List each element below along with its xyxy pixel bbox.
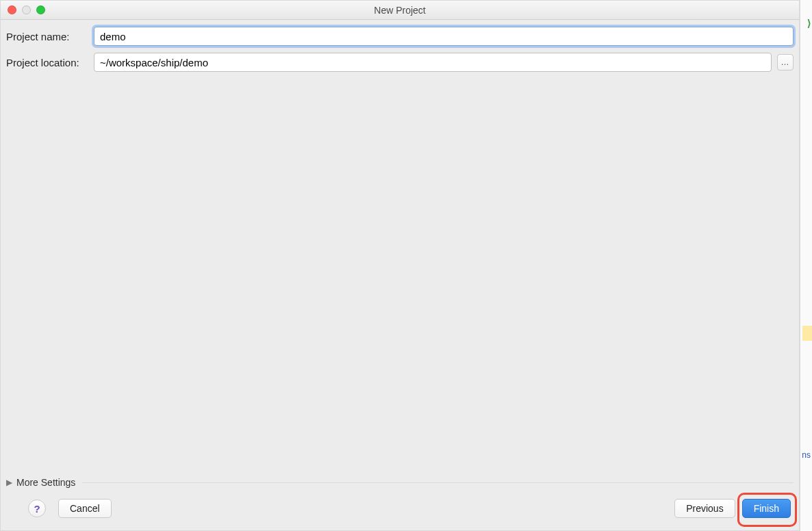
ellipsis-icon: … <box>781 57 790 67</box>
more-settings-label: More Settings <box>16 477 75 488</box>
new-project-dialog: New Project Project name: Project locati… <box>0 0 800 531</box>
background-marker-icon: ⟩ <box>807 18 811 29</box>
maximize-icon[interactable] <box>36 5 45 14</box>
content-spacer <box>1 79 799 474</box>
project-name-row: Project name: <box>6 27 794 46</box>
help-button[interactable]: ? <box>28 500 46 517</box>
finish-button-label: Finish <box>754 503 779 514</box>
browse-button[interactable]: … <box>777 54 794 70</box>
cancel-button[interactable]: Cancel <box>58 499 112 518</box>
window-title: New Project <box>1 5 799 16</box>
help-icon: ? <box>34 503 40 515</box>
project-name-label: Project name: <box>6 31 94 42</box>
project-location-input[interactable] <box>94 53 772 72</box>
previous-button[interactable]: Previous <box>674 499 735 518</box>
background-highlight-icon <box>802 326 812 341</box>
background-window-sliver: ⟩ ns <box>800 0 812 531</box>
background-text-fragment: ns <box>802 450 811 460</box>
form-area: Project name: Project location: … <box>1 20 799 79</box>
minimize-icon <box>22 5 31 14</box>
more-settings-toggle[interactable]: ▶ More Settings <box>1 477 799 492</box>
traffic-lights <box>1 5 45 14</box>
titlebar: New Project <box>1 1 799 20</box>
cancel-button-label: Cancel <box>70 503 100 514</box>
separator <box>82 482 794 483</box>
dialog-footer: ? Cancel Previous Finish <box>1 492 799 530</box>
project-location-row: Project location: … <box>6 53 794 72</box>
chevron-right-icon: ▶ <box>6 478 12 487</box>
project-name-input[interactable] <box>94 27 794 46</box>
close-icon[interactable] <box>8 5 16 14</box>
finish-button[interactable]: Finish <box>742 499 791 518</box>
previous-button-label: Previous <box>686 503 723 514</box>
project-location-label: Project location: <box>6 57 94 68</box>
